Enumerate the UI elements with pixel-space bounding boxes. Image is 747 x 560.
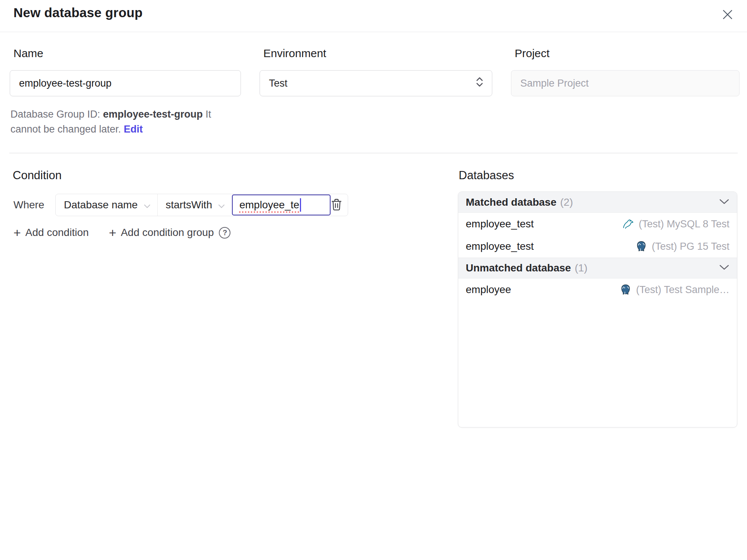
chevron-updown-icon [475,77,484,90]
form-row: Name Database Group ID: employee-test-gr… [10,47,740,137]
plus-icon: + [13,226,21,239]
chevron-down-icon [218,199,225,211]
condition-heading: Condition [13,169,62,182]
helper-prefix: Database Group ID: [10,109,103,120]
instance-label: (Test) PG 15 Test [652,241,729,252]
project-label: Project [515,47,740,60]
factor-value: Database name [64,199,138,211]
name-field-group: Name Database Group ID: employee-test-gr… [10,47,241,137]
matched-database-section-header[interactable]: Matched database (2) [458,192,737,213]
help-icon[interactable]: ? [219,227,230,239]
mysql-icon [622,218,634,230]
add-condition-button[interactable]: + Add condition [13,226,89,239]
condition-row: Where Database name startsWith employee_… [13,194,348,216]
delete-condition-button[interactable] [331,197,342,213]
condition-value-input[interactable]: employee_te [232,195,331,215]
instance-label: (Test) MySQL 8 Test [639,218,729,230]
postgresql-icon [635,240,647,252]
name-input[interactable] [10,70,241,96]
project-field-group: Project Sample Project [511,47,740,137]
chevron-down-icon [719,264,729,272]
database-group-id-helper: Database Group ID: employee-test-group I… [10,107,241,137]
instance-info: (Test) PG 15 Test [635,240,729,252]
instance-label: (Test) Test Sample… [636,284,729,296]
plus-icon: + [109,226,117,239]
environment-field-group: Environment Test [260,47,492,137]
database-group-id-value: employee-test-group [103,109,203,120]
text-caret [300,198,301,212]
instance-info: (Test) Test Sample… [620,284,729,296]
add-condition-label: Add condition [25,227,89,239]
add-condition-group-label: Add condition group [121,227,214,239]
where-label: Where [13,199,55,211]
condition-value-text: employee_te [239,199,299,211]
close-button[interactable] [719,7,736,23]
name-label: Name [13,47,241,60]
environment-select[interactable]: Test [260,70,492,96]
table-row[interactable]: employee (Test) Test Sample… [458,279,737,301]
add-condition-group-button[interactable]: + Add condition group ? [109,226,231,239]
operator-value: startsWith [166,199,212,211]
new-database-group-dialog: New database group Name Database Group I… [0,0,747,560]
table-row[interactable]: employee_test (Test) MySQL 8 Test [458,213,737,235]
chevron-down-icon [719,199,729,206]
database-name: employee [466,284,511,296]
operator-select[interactable]: startsWith [158,194,232,216]
environment-value: Test [269,78,288,89]
matched-database-title: Matched database [466,196,557,208]
condition-actions: + Add condition + Add condition group ? [13,226,230,239]
matched-database-count: (2) [560,196,573,208]
unmatched-database-title: Unmatched database [466,262,571,274]
edit-link[interactable]: Edit [124,124,143,135]
project-value: Sample Project [520,78,589,89]
postgresql-icon [620,284,632,296]
databases-panel: Matched database (2) employee_test (Test… [458,192,737,427]
project-field: Sample Project [511,70,740,96]
unmatched-database-section-header[interactable]: Unmatched database (1) [458,258,737,279]
factor-select[interactable]: Database name [56,194,157,216]
table-row[interactable]: employee_test (Test) PG 15 Test [458,235,737,258]
dialog-header: New database group [0,0,747,32]
instance-info: (Test) MySQL 8 Test [622,218,729,230]
environment-label: Environment [263,47,492,60]
section-divider [9,153,738,153]
page-title: New database group [13,5,143,20]
condition-expression: Database name startsWith employee_te [55,194,348,216]
databases-heading: Databases [459,169,514,182]
trash-icon [331,198,342,212]
database-name: employee_test [466,218,534,230]
database-name: employee_test [466,240,534,252]
close-icon [721,8,734,22]
chevron-down-icon [144,199,151,211]
unmatched-database-count: (1) [575,262,588,274]
